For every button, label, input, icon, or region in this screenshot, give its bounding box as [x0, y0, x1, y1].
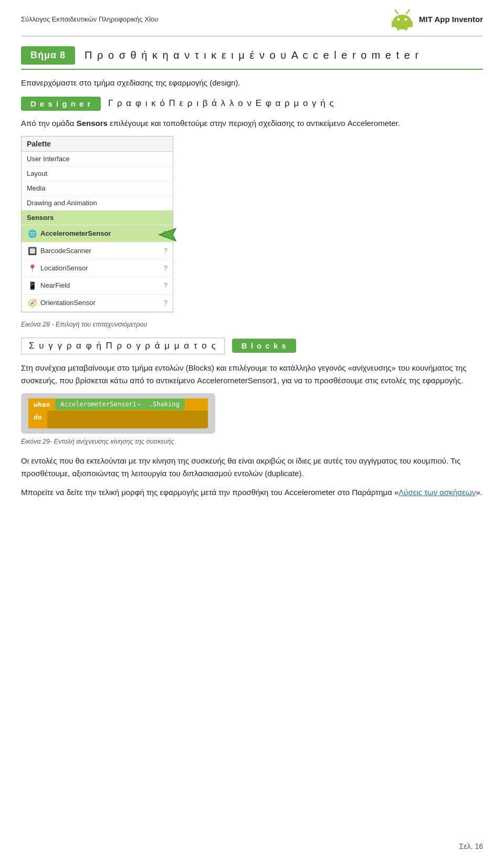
- sensors-label: Sensors: [27, 214, 54, 222]
- barcode-icon: 🔲: [27, 246, 37, 256]
- svg-marker-12: [159, 228, 176, 241]
- svg-line-5: [406, 10, 409, 14]
- barcode-help-icon[interactable]: ?: [164, 247, 167, 255]
- coding-label: Σ υ γ γ ρ α φ ή Π ρ ο γ ρ ά μ μ α τ ο ς: [21, 338, 225, 354]
- cursor-arrow-icon: [157, 227, 182, 242]
- brand-name: MIT App Inventor: [419, 15, 483, 24]
- svg-point-3: [405, 18, 407, 21]
- orientation-help-icon[interactable]: ?: [164, 299, 167, 307]
- location-label: LocationSensor: [40, 264, 88, 272]
- step-title: Π ρ ο σ θ ή κ η α ν τ ι κ ε ι μ έ ν ο υ …: [85, 49, 419, 61]
- palette-user-interface[interactable]: User Interface: [22, 152, 173, 166]
- orientation-icon: 🧭: [27, 298, 37, 308]
- page-header: Σύλλογος Εκπαιδευτικών Πληροφορικής Χίου…: [21, 0, 483, 37]
- step-banner: Βήμα 8 Π ρ ο σ θ ή κ η α ν τ ι κ ε ι μ έ…: [21, 46, 483, 70]
- body-text-2-prefix: Μπορείτε να δείτε την τελική μορφή της ε…: [21, 488, 398, 497]
- palette-near-field[interactable]: 📱 NearField ?: [22, 277, 173, 295]
- svg-rect-11: [405, 26, 407, 30]
- designer-pill: D e s i g n e r: [21, 97, 101, 111]
- nearfield-help-icon[interactable]: ?: [164, 281, 167, 289]
- blocks-panel: when AccelerometerSensor1 ▾ .Shaking do: [21, 393, 215, 434]
- intro-text: Επανερχόμαστε στο τμήμα σχεδίασης της εφ…: [21, 77, 483, 89]
- page: Σύλλογος Εκπαιδευτικών Πληροφορικής Χίου…: [0, 0, 504, 861]
- svg-point-2: [397, 18, 400, 21]
- body-text-1: Οι εντολές που θα εκτελούνται με την κίν…: [21, 455, 483, 480]
- palette-panel: Palette User Interface Layout Media Draw…: [21, 136, 173, 312]
- body-text-2: Μπορείτε να δείτε την τελική μορφή της ε…: [21, 486, 483, 499]
- palette-accelerometer-sensor[interactable]: 🌐 AccelerometerSensor ?: [22, 225, 173, 243]
- palette-orientation-sensor[interactable]: 🧭 OrientationSensor ?: [22, 295, 173, 312]
- blocks-pill: B l o c k s: [232, 339, 297, 353]
- body-text-2-suffix: ».: [476, 488, 482, 497]
- blocks-dropdown-arrow-icon[interactable]: ▾: [138, 402, 141, 407]
- nearfield-icon: 📱: [27, 280, 37, 291]
- nearfield-label: NearField: [40, 281, 70, 289]
- blocks-when-label: when: [28, 398, 55, 411]
- location-help-icon[interactable]: ?: [164, 264, 167, 272]
- blocks-when-row: when AccelerometerSensor1 ▾ .Shaking: [28, 398, 208, 411]
- orientation-label: OrientationSensor: [40, 299, 96, 307]
- svg-rect-9: [410, 21, 413, 27]
- svg-point-6: [395, 9, 396, 11]
- brand-logo: MIT App Inventor: [390, 6, 483, 32]
- figure28-caption: Εικόνα 28 - Επιλογή του επιταχυνσιόμετρο…: [21, 321, 483, 328]
- palette-header: Palette: [22, 136, 173, 152]
- android-icon: [390, 6, 415, 32]
- figure29-caption: Εικόνα 29- Εντολή ανίχνευσης κίνησης της…: [21, 438, 483, 445]
- designer-text: Από την ομάδα Sensors επιλέγουμε και τοπ…: [21, 117, 483, 130]
- user-interface-label: User Interface: [27, 155, 70, 163]
- barcode-label: BarcodeScanner: [40, 247, 91, 255]
- step-badge: Βήμα 8: [21, 46, 75, 65]
- drawing-animation-label: Drawing and Animation: [27, 199, 97, 207]
- designer-row: D e s i g n e r Γ ρ α φ ι κ ό Π ε ρ ι β …: [21, 97, 483, 111]
- accelerometer-label: AccelerometerSensor: [40, 229, 111, 237]
- palette-location-sensor[interactable]: 📍 LocationSensor ?: [22, 260, 173, 277]
- coding-row: Σ υ γ γ ρ α φ ή Π ρ ο γ ρ ά μ μ α τ ο ς …: [21, 338, 483, 354]
- blocks-sensor-label: AccelerometerSensor1: [60, 401, 136, 408]
- blocks-do-row: do: [28, 411, 208, 428]
- svg-rect-8: [392, 21, 394, 27]
- blocks-sensor-pill: AccelerometerSensor1 ▾: [55, 398, 144, 410]
- palette-media[interactable]: Media: [22, 181, 173, 196]
- svg-rect-1: [393, 20, 412, 27]
- palette-sensors[interactable]: Sensors: [22, 211, 173, 225]
- page-number: Σελ. 16: [459, 842, 483, 850]
- media-label: Media: [27, 184, 45, 192]
- solutions-link[interactable]: Λύσεις των ασκήσεων: [398, 488, 476, 497]
- layout-label: Layout: [27, 170, 47, 177]
- svg-point-7: [408, 9, 410, 11]
- accelerometer-icon: 🌐: [27, 228, 37, 239]
- blocks-text: Στη συνέχεια μεταβαίνουμε στο τμήμα εντο…: [21, 362, 483, 387]
- svg-line-4: [395, 10, 398, 14]
- palette-wrapper: Palette User Interface Layout Media Draw…: [21, 136, 173, 317]
- blocks-do-label: do: [28, 411, 47, 428]
- palette-drawing-animation[interactable]: Drawing and Animation: [22, 196, 173, 211]
- location-icon: 📍: [27, 263, 37, 274]
- palette-barcode-scanner[interactable]: 🔲 BarcodeScanner ?: [22, 243, 173, 260]
- blocks-shaking-label: .Shaking: [144, 398, 185, 410]
- org-name: Σύλλογος Εκπαιδευτικών Πληροφορικής Χίου: [21, 15, 158, 23]
- blocks-do-body: [47, 411, 208, 428]
- svg-rect-10: [397, 26, 400, 30]
- designer-subtitle: Γ ρ α φ ι κ ό Π ε ρ ι β ά λ λ ο ν Ε φ α …: [108, 98, 334, 109]
- palette-layout[interactable]: Layout: [22, 166, 173, 181]
